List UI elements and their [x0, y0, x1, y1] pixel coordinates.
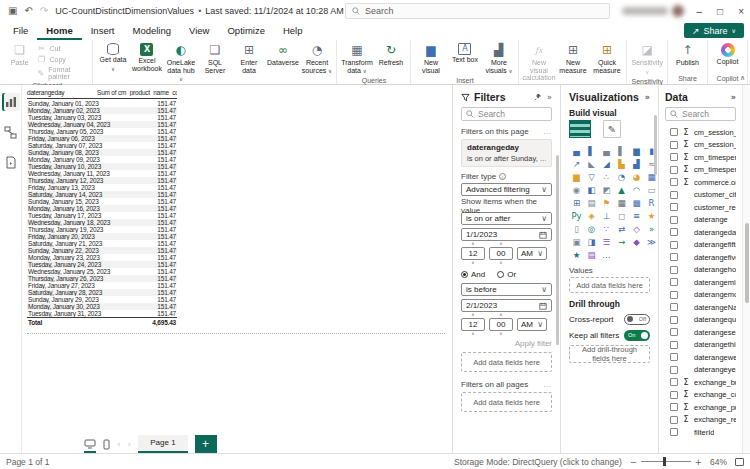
desktop-layout-icon[interactable] — [84, 435, 96, 453]
dax-query-view-icon[interactable] — [2, 153, 20, 171]
field-daterangeyear[interactable]: daterangeyear — [665, 364, 736, 377]
report-view-icon[interactable] — [2, 93, 20, 111]
table-row[interactable]: Friday, January 20, 2023151.47 — [27, 233, 177, 240]
keep-all-filters-toggle[interactable]: On — [624, 330, 650, 341]
visualizations-scrollbar[interactable] — [654, 115, 657, 175]
zoom-slider-thumb[interactable] — [663, 457, 666, 466]
table-row[interactable]: Saturday, January 21, 2023151.47 — [27, 240, 177, 247]
fit-to-page-icon[interactable] — [735, 458, 744, 466]
collapse-pane-icon[interactable]: » — [731, 93, 736, 102]
visual-matrix-icon[interactable]: ▩ — [629, 196, 644, 209]
menu-home[interactable]: Home — [37, 22, 81, 40]
menu-help[interactable]: Help — [274, 22, 312, 40]
field-cm-timespent[interactable]: Σcm_timespent… — [665, 164, 736, 177]
collapse-pane-icon[interactable]: » — [547, 93, 552, 102]
table-header[interactable]: daterangeday Sum of cm_product_name_coun… — [27, 89, 177, 99]
visual-gauge-icon[interactable]: ◠ — [629, 183, 644, 196]
checkbox[interactable] — [670, 403, 678, 411]
zoom-in-icon[interactable]: + — [695, 457, 702, 467]
data-search-input[interactable]: Search — [665, 107, 736, 121]
table-row[interactable]: Tuesday, January 17, 2023151.47 — [27, 212, 177, 219]
sql-server-button[interactable]: ❏SQL Server — [199, 42, 230, 74]
refresh-button[interactable]: ↻Refresh — [375, 42, 406, 67]
visual-filled-map-icon[interactable]: ◧ — [584, 183, 599, 196]
visual-text-slicer-icon[interactable]: ◎ — [584, 222, 599, 235]
visual-line-and-clustered-column-chart-icon[interactable]: ▟ — [629, 157, 644, 170]
checkbox[interactable] — [670, 266, 678, 274]
visual-r-script-visual-icon[interactable]: R — [644, 196, 658, 209]
zoom-slider[interactable]: − + — [630, 457, 702, 467]
table-row[interactable]: Saturday, January 14, 2023151.47 — [27, 191, 177, 198]
table-row[interactable]: Wednesday, January 18, 2023151.47 — [27, 219, 177, 226]
model-view-icon[interactable] — [2, 123, 20, 141]
visual-table-icon[interactable]: ▦ — [614, 196, 629, 209]
checkbox[interactable] — [670, 216, 678, 224]
table-row[interactable]: Sunday, January 08, 2023151.47 — [27, 149, 177, 156]
visual-shape-map-icon[interactable]: ◩ — [599, 183, 614, 196]
checkbox[interactable] — [670, 328, 678, 336]
table-row[interactable]: Monday, January 09, 2023151.47 — [27, 156, 177, 163]
field-commerce-or[interactable]: Σcommerce.or… — [665, 176, 736, 189]
hour-up-icon[interactable]: ∧ — [461, 313, 485, 317]
visual-power-automate-icon[interactable]: → — [614, 235, 629, 248]
new-visual-button[interactable]: ▆New visual — [415, 42, 446, 74]
table-row[interactable]: Sunday, January 01, 2023151.47 — [27, 100, 177, 107]
publish-button[interactable]: ↑Publish — [672, 42, 703, 67]
visual-card-icon[interactable]: ▭ — [644, 183, 658, 196]
visual-new-card-icon[interactable]: ⊞ — [569, 196, 584, 209]
condition2-date-input[interactable]: 2/1/2023 — [461, 299, 552, 312]
table-row[interactable]: Friday, January 27, 2023151.47 — [27, 282, 177, 289]
new-measure-button[interactable]: ⊞New measure — [557, 42, 588, 74]
condition2-minute-input[interactable]: 00 — [489, 318, 513, 331]
minute-down-icon[interactable]: ∨ — [489, 261, 513, 265]
copilot-button[interactable]: Copilot — [712, 42, 743, 66]
hour-down-icon[interactable]: ∨ — [461, 332, 485, 336]
checkbox[interactable] — [670, 166, 678, 174]
cross-report-toggle[interactable]: Off — [624, 314, 650, 325]
add-data-fields-dropzone[interactable]: Add data fields here — [461, 352, 552, 372]
checkbox[interactable] — [670, 291, 678, 299]
filter-type-dropdown[interactable]: Advanced filtering ∨ — [461, 183, 552, 196]
checkbox[interactable] — [670, 153, 678, 161]
field-daterange[interactable]: daterange — [665, 214, 736, 227]
visual-clustered-column-chart-icon[interactable]: ▌ — [614, 144, 629, 157]
visual-slicer-icon[interactable]: ▯ — [569, 222, 584, 235]
visual-more-options-icon[interactable]: … — [599, 248, 614, 261]
save-icon[interactable]: ▣ — [8, 0, 17, 22]
storage-mode-link[interactable]: Storage Mode: DirectQuery (click to chan… — [454, 457, 622, 467]
field-cm-timespent[interactable]: Σcm_timespent… — [665, 151, 736, 164]
checkbox[interactable] — [670, 253, 678, 261]
visual-shape-visual-icon[interactable]: ★ — [569, 248, 584, 261]
format-visual-tab-icon[interactable]: ✎ — [603, 120, 621, 138]
visual-stacked-area-chart-icon[interactable]: ◢ — [599, 157, 614, 170]
field-exchange-cost[interactable]: Σexchange_cost — [665, 389, 736, 402]
pin-icon[interactable] — [534, 93, 542, 101]
more-options-icon[interactable]: … — [543, 380, 552, 389]
checkbox[interactable] — [670, 303, 678, 311]
menu-modeling[interactable]: Modeling — [123, 22, 180, 40]
field-daterangeday[interactable]: daterangeday — [665, 226, 736, 239]
calendar-icon[interactable] — [539, 302, 547, 310]
onelake-data-hub-button[interactable]: ◐OneLake data hub ∨ — [165, 42, 196, 84]
minute-down-icon[interactable]: ∨ — [489, 332, 513, 336]
table-row[interactable]: Thursday, January 26, 2023151.47 — [27, 275, 177, 282]
visual-metrics-icon[interactable]: ★ — [644, 209, 658, 222]
column-header-daterangeday[interactable]: daterangeday — [27, 89, 97, 96]
visual-stacked-column-chart-icon[interactable]: ▌ — [584, 144, 599, 157]
share-button[interactable]: ↗ Share ∨ — [684, 23, 744, 38]
close-button[interactable]: × — [738, 6, 744, 17]
checkbox[interactable] — [670, 341, 678, 349]
build-visual-tab-icon[interactable] — [569, 120, 591, 138]
calendar-icon[interactable] — [539, 231, 547, 239]
checkbox[interactable] — [670, 428, 678, 436]
checkbox[interactable] — [670, 316, 678, 324]
field-daterangemin[interactable]: daterangemin… — [665, 276, 736, 289]
recent-sources-button[interactable]: ◔Recent sources ∨ — [301, 42, 332, 75]
condition2-ampm-dropdown[interactable]: AM∨ — [517, 318, 547, 331]
checkbox[interactable] — [670, 128, 678, 136]
field-exchange-pur[interactable]: Σexchange_pur… — [665, 401, 736, 414]
collapse-pane-icon[interactable]: » — [645, 93, 650, 102]
visual-waterfall-chart-icon[interactable]: ▆ — [569, 170, 584, 183]
visual-get-more-visuals-icon[interactable]: ≫ — [644, 235, 658, 248]
minute-up-icon[interactable]: ∧ — [489, 242, 513, 246]
